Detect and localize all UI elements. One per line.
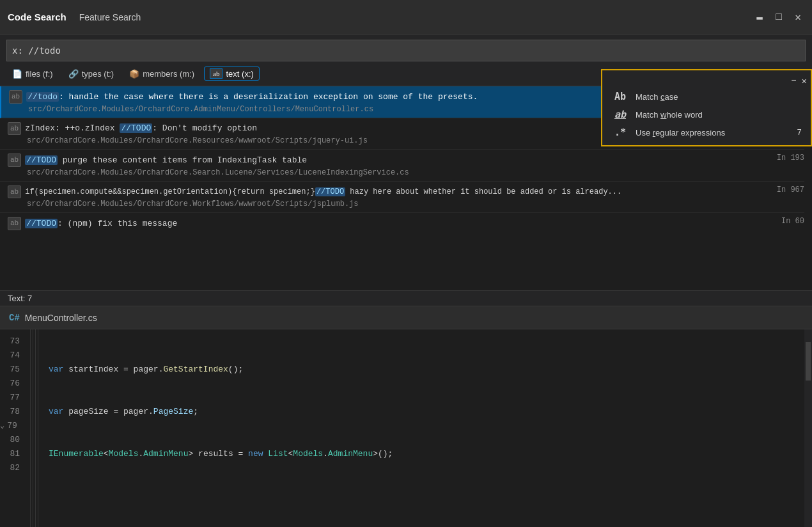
result-text: //TODO: (npm) fix this message [25,217,177,230]
members-icon: 📦 [129,69,139,79]
line-num-73: 73 [0,334,20,349]
match-case-label: Match case [636,92,678,102]
result-highlight: //TODO [120,123,152,133]
result-line-num: In 60 [781,217,804,226]
result-type-icon: ab [8,153,21,167]
result-line-num: In 967 [777,185,804,194]
dropdown-close-icon[interactable]: ✕ [802,75,807,86]
app-title: Code Search [8,12,66,22]
result-item[interactable]: ab //TODO purge these content items from… [0,150,812,182]
result-main: ab if(specimen.compute&&specimen.getOrie… [8,185,621,199]
result-highlight: //todo [26,92,59,102]
result-row: ab //TODO purge these content items from… [8,153,804,167]
result-text: if(specimen.compute&&specimen.getOrienta… [25,186,621,198]
result-item[interactable]: ab if(specimen.compute&&specimen.getOrie… [0,182,812,214]
match-case-icon: Ab [611,91,629,102]
result-path: src/OrchardCore.Modules/OrchardCore.Work… [8,200,804,208]
result-text: //todo: handle the case where there is a… [26,91,478,104]
search-input-row [6,40,806,61]
code-line-76 [49,489,794,503]
line-numbers: 73 74 75 76 77 78 ⌄79 80 81 82 [0,329,31,527]
result-highlight: //TODO [25,219,58,228]
window-controls: ▬ □ ✕ [753,11,804,24]
result-text: zIndex: ++o.zIndex //TODO: Don't modify … [25,122,257,135]
collapse-icon[interactable]: ⌄ [0,419,4,433]
line-num-81: 81 [0,447,20,461]
filter-tab-text-label: text (x:) [226,69,253,79]
match-whole-word-icon: ab [611,109,629,120]
code-view: 73 74 75 76 77 78 ⌄79 80 81 82 var start… [0,329,812,527]
code-line-75: IEnumerable<Models.AdminMenu> results = … [49,447,794,461]
text-icon: ab [210,68,223,79]
filter-tab-types[interactable]: 🔗 types (t:) [63,67,120,81]
match-whole-word-label: Match whole word [636,110,703,120]
types-icon: 🔗 [68,69,79,79]
close-icon[interactable]: ✕ [792,11,804,24]
regex-count: 7 [797,128,802,138]
filter-tab-text[interactable]: ab text (x:) [204,67,260,81]
line-num-78: 78 [0,405,20,419]
code-line-74: var pageSize = pager.PageSize; [49,405,794,419]
search-status-text: Text: 7 [8,294,32,303]
result-main: ab //TODO: (npm) fix this message [8,217,177,230]
filter-tab-types-label: types (t:) [82,69,114,79]
editor-mini-scrollbar[interactable] [804,329,812,527]
use-regex-label: Use regular expressions [636,128,725,138]
search-input[interactable] [12,45,800,56]
line-num-80: 80 [0,433,20,447]
result-type-icon: ab [9,90,22,104]
line-num-74: 74 [0,349,20,363]
search-status: Text: 7 [0,291,812,306]
result-main: ab //todo: handle the case where there i… [9,90,478,104]
top-bar: Code Search Feature Search ▬ □ ✕ [0,0,812,35]
filter-tab-files[interactable]: 📄 files (f:) [6,67,59,81]
editor-filename: MenuController.cs [25,313,97,323]
result-highlight: //TODO [315,187,345,196]
result-line-num: In 193 [777,153,804,162]
match-case-option[interactable]: Ab Match case [602,88,811,106]
match-whole-word-option[interactable]: ab Match whole word [602,106,811,123]
result-main: ab zIndex: ++o.zIndex //TODO: Don't modi… [8,122,257,136]
use-regex-option[interactable]: .* Use regular expressions 7 [602,123,811,141]
result-main: ab //TODO purge these content items from… [8,153,307,167]
filter-tab-members-label: members (m:) [143,69,194,79]
feature-search-tab[interactable]: Feature Search [79,12,141,22]
result-item[interactable]: ab //TODO: (npm) fix this message In 60 [0,213,812,234]
result-highlight: //TODO [25,155,58,165]
code-line-73: var startIndex = pager.GetStartIndex(); [49,363,794,377]
maximize-icon[interactable]: □ [772,12,785,23]
search-panel: 📄 files (f:) 🔗 types (t:) 📦 members (m:)… [0,35,812,86]
result-path: src/OrchardCore.Modules/OrchardCore.Sear… [8,168,804,177]
files-icon: 📄 [12,69,22,79]
filter-tab-files-label: files (f:) [26,69,53,79]
line-num-79: ⌄79 [0,419,20,433]
code-content[interactable]: var startIndex = pager.GetStartIndex(); … [38,329,804,527]
search-options-dropdown: − ✕ Ab Match case ab Match whole word .*… [601,69,812,146]
csharp-icon: C# [9,313,20,323]
result-type-icon: ab [8,185,21,199]
line-num-76: 76 [0,377,20,391]
minimize-icon[interactable]: ▬ [753,12,766,23]
use-regex-icon: .* [611,127,629,138]
result-type-icon: ab [8,122,21,136]
line-num-77: 77 [0,391,20,405]
line-num-75: 75 [0,363,20,377]
result-row: ab //TODO: (npm) fix this message In 60 [8,217,804,230]
result-row: ab if(specimen.compute&&specimen.getOrie… [8,185,804,199]
dropdown-minimize-icon[interactable]: − [791,75,796,86]
result-text: //TODO purge these content items from In… [25,154,307,167]
result-type-icon: ab [8,217,21,230]
mini-scrollbar-thumb [806,342,811,381]
filter-tab-members[interactable]: 📦 members (m:) [123,67,200,81]
dropdown-header: − ✕ [602,74,811,88]
editor-title-bar: C# MenuController.cs [0,306,812,329]
line-num-82: 82 [0,461,20,475]
